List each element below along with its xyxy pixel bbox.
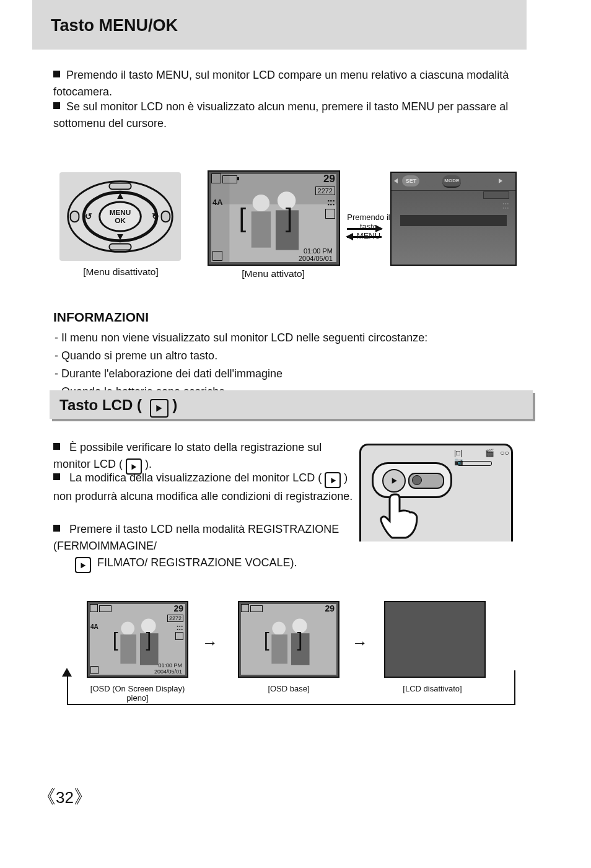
info-line-2: - Quando si preme un altro tasto. (53, 348, 530, 364)
set-pill: SET (402, 175, 419, 186)
resolution-box: 2272 (315, 186, 335, 195)
disp-icon: |□| (454, 449, 462, 457)
drive-mode-icon (212, 251, 222, 261)
drive-mode-icon (90, 666, 98, 674)
bullet-1: Premendo il tasto MENU, sul monitor LCD … (53, 67, 524, 100)
play-icon (150, 399, 169, 418)
caption-menu-on: [Menu attivato] (208, 268, 338, 279)
shots-remaining: 29 (325, 603, 335, 613)
section2-bullet-2: La modifica della visualizzazione del mo… (53, 470, 357, 505)
svg-marker-16 (157, 405, 162, 412)
meter-icon (325, 209, 335, 219)
svg-rect-4 (109, 244, 131, 250)
battery-icon (250, 605, 263, 612)
bullet-square-icon (53, 71, 60, 77)
svg-rect-5 (71, 211, 79, 222)
mode-slider[interactable] (408, 473, 444, 489)
caption-menu-off-left: [Menu disattivato] (65, 266, 177, 278)
information-block: INFORMAZIONI - Il menu non viene visuali… (53, 310, 530, 401)
bullet-square-icon (53, 102, 60, 109)
svg-rect-15 (211, 174, 229, 262)
quality-dots-icon: ▪▪▪▪▪▪ (327, 199, 335, 206)
menu-label: MENU (110, 208, 131, 216)
movie-icon: 🎬 (485, 449, 494, 457)
lcd-full-osd: 29 2272 ▪▪▪▪▪▪ 4A [ ] 01:00 PM2004/05/01 (87, 601, 188, 678)
mode-pill: MODE (442, 175, 461, 188)
grid-pill-icon (483, 175, 494, 186)
timestamp: 01:00 PM2004/05/01 (154, 662, 182, 675)
sound-pill-icon (466, 175, 478, 186)
lcd-basic-osd: 29 [ ] (238, 601, 339, 678)
timestamp: 01:00 PM2004/05/01 (299, 247, 333, 262)
focus-bracket-icon: [ ] (264, 628, 314, 651)
info-line-1: - Il menu non viene visualizzato sul mon… (53, 330, 530, 346)
section2-title: Tasto LCD ( ) (50, 390, 533, 418)
section-title: Tasto MENU/OK (32, 0, 527, 35)
bullet-square-icon (53, 443, 60, 450)
shots-remaining: 29 (323, 173, 335, 185)
ok-label: OK (115, 216, 126, 224)
loop-connector (67, 679, 515, 705)
information-text: - Il menu non viene visualizzato sul mon… (53, 330, 530, 400)
quality-dots-icon: ▪▪▪▪▪▪ (177, 625, 183, 631)
sub-bar (483, 191, 509, 199)
info-line-3: - Durante l'elaborazione dei dati dell'i… (53, 366, 530, 382)
meter-icon (175, 632, 183, 640)
section-title-bar: Tasto MENU/OK (32, 0, 527, 50)
focus-bracket-icon: [ ] (239, 203, 309, 233)
shots-remaining: 29 (173, 603, 183, 613)
camera-mode-icon (241, 604, 249, 612)
bullet-square-icon (53, 473, 60, 480)
svg-marker-19 (81, 563, 86, 568)
svg-rect-3 (109, 183, 131, 190)
face-pill-icon (425, 175, 437, 186)
information-header: INFORMAZIONI (53, 310, 530, 325)
menu-screen-figure: SET MODE ▪▪▪▪▪▪ (390, 172, 517, 266)
loop-arrow-up-icon (62, 668, 72, 677)
lcd-preview-figure: 29 2272 ▪▪▪▪▪▪ 4A [ ] 01:00 PM2004/05/01 (208, 170, 340, 266)
caption-press-menu: Premendo il tasto MENU (347, 213, 390, 240)
play-button[interactable] (382, 469, 406, 493)
lcd-mode-cycle: 29 2272 ▪▪▪▪▪▪ 4A [ ] 01:00 PM2004/05/01 (87, 601, 188, 678)
lcd-off (384, 601, 486, 678)
flash-icon: 4A (212, 198, 223, 207)
svg-marker-17 (132, 464, 137, 470)
bullet-1-text: Premendo il tasto MENU, sul monitor LCD … (53, 69, 509, 98)
svg-marker-18 (331, 478, 336, 483)
svg-marker-20 (392, 478, 397, 483)
battery-icon (99, 605, 112, 612)
flash-icon: 4A (90, 623, 98, 630)
menu-top-bar: SET MODE (392, 173, 515, 191)
battery-icon (222, 175, 237, 183)
resolution-box: 2272 (167, 615, 183, 622)
svg-text:↺: ↺ (85, 212, 92, 221)
camera-mode-icon (211, 173, 221, 183)
bullet-square-icon (53, 525, 60, 532)
camera-mode-icon (90, 604, 98, 612)
menu-ok-button-figure: MENU OK ↺ ↻ (59, 172, 181, 261)
camera-back-illustration: |□| 🎬 ○○ 📷 (359, 436, 513, 541)
arrow-right-icon: → (352, 633, 368, 652)
triangle-right-icon (499, 178, 502, 183)
play-icon (75, 557, 91, 573)
focus-bracket-icon: [ ] (113, 628, 163, 651)
bullet-2-text: Se sul monitor LCD non è visualizzato al… (53, 100, 508, 129)
page-number: 《32》 (37, 784, 92, 810)
arrow-right-icon: → (202, 633, 218, 652)
svg-text:↻: ↻ (152, 212, 159, 221)
mode-slider-track (457, 461, 492, 466)
play-icon (325, 472, 341, 488)
section2-title-bar: Tasto LCD ( ) (50, 390, 533, 419)
hand-pointer-icon (378, 492, 422, 541)
menu-desc-strip (400, 215, 507, 226)
voice-icon: ○○ (500, 449, 509, 457)
svg-rect-6 (162, 211, 170, 222)
triangle-left-icon (394, 178, 398, 183)
bullet-2: Se sul monitor LCD non è visualizzato al… (53, 99, 524, 132)
sub-grid-icon: ▪▪▪▪▪▪ (503, 201, 509, 210)
